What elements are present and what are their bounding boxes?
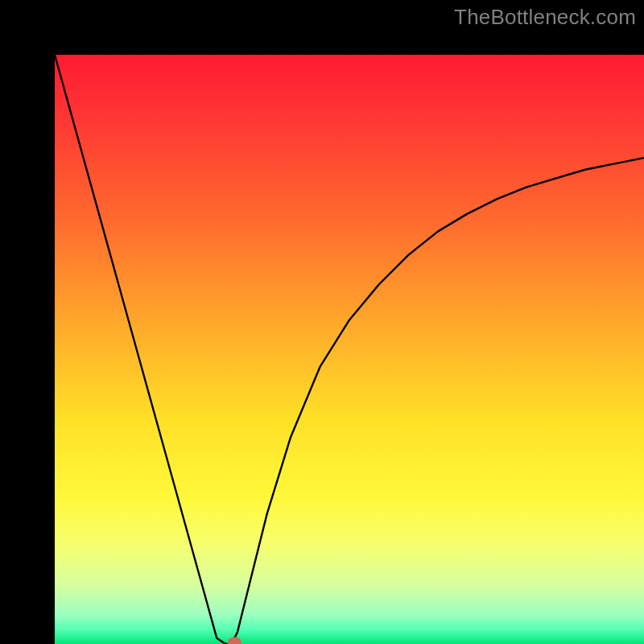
bottleneck-chart: [55, 55, 644, 644]
gradient-background: [55, 55, 644, 644]
watermark-text: TheBottleneck.com: [454, 5, 636, 30]
plot-area: [55, 55, 644, 644]
chart-frame: [0, 0, 644, 644]
